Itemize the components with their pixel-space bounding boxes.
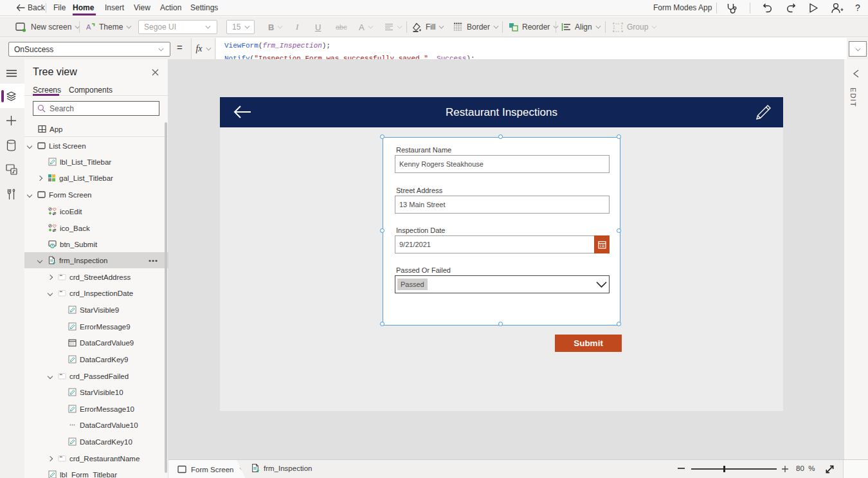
svg-text:A: A <box>86 23 91 31</box>
